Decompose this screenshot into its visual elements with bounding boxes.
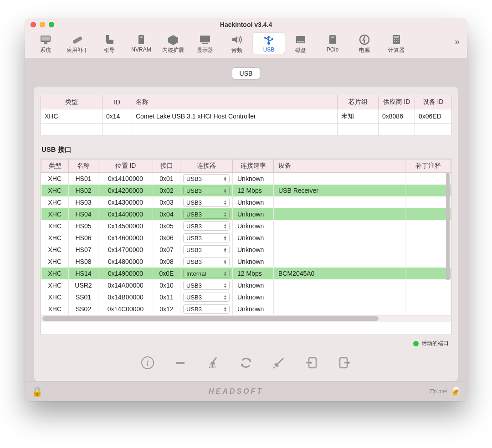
col-vendor[interactable]: 供应商 ID — [379, 95, 415, 109]
col-name[interactable]: 名称 — [69, 160, 98, 173]
export-button[interactable] — [336, 355, 353, 371]
port-row[interactable]: XHCHS020x142000000x02USB3▴▾12 MbpsUSB Re… — [41, 185, 451, 196]
toolbar-nvram[interactable]: NVRAM — [125, 33, 157, 54]
stepper-icon[interactable]: ▴▾ — [224, 211, 226, 217]
stepper-icon[interactable]: ▴▾ — [224, 271, 226, 276]
tip-button[interactable]: Tip me! 🍺 — [429, 386, 461, 397]
toolbar-audio[interactable]: 音频 — [221, 33, 253, 55]
port-row[interactable]: XHCUSR20x14A000000x10USB3▴▾Unknown — [41, 279, 451, 291]
vertical-scrollbar[interactable] — [446, 173, 450, 326]
stepper-icon[interactable]: ▴▾ — [224, 283, 226, 288]
toolbar-patch[interactable]: 应用补丁 — [62, 33, 93, 55]
port-row[interactable]: XHCHS030x143000000x03USB3▴▾Unknown — [41, 196, 451, 208]
cell-comment — [405, 244, 451, 256]
cell-connector[interactable]: USB3▴▾ — [180, 185, 233, 196]
cell-speed: Unknown — [233, 279, 274, 291]
port-row[interactable]: XHCHS050x145000000x05USB3▴▾Unknown — [41, 220, 451, 232]
cell-connector[interactable]: USB3▴▾ — [180, 220, 233, 232]
cell-connector[interactable]: USB3▴▾ — [180, 303, 233, 315]
toolbar: 系统 应用补丁 引导 NVRAM 内核扩展 — [25, 31, 467, 58]
stepper-icon[interactable]: ▴▾ — [224, 306, 226, 312]
cell-connector[interactable]: USB3▴▾ — [180, 256, 233, 268]
port-row[interactable]: XHCSS010x14B000000x11USB3▴▾Unknown — [41, 291, 451, 303]
info-button[interactable]: i — [139, 355, 156, 371]
cell-connector[interactable]: USB3▴▾ — [180, 173, 233, 185]
col-chipset[interactable]: 芯片组 — [338, 95, 379, 109]
col-type[interactable]: 类型 — [41, 95, 102, 109]
toolbar-disk[interactable]: 磁盘 — [285, 33, 317, 55]
stepper-icon[interactable]: ▴▾ — [224, 188, 226, 193]
toolbar-display[interactable]: 显示器 — [189, 33, 221, 55]
cell-name: USR2 — [69, 279, 98, 291]
toolbar-boot[interactable]: 引导 — [93, 33, 125, 55]
stepper-icon[interactable]: ▴▾ — [224, 223, 226, 229]
stepper-icon[interactable]: ▴▾ — [224, 294, 226, 300]
table-row — [41, 124, 451, 135]
toolbar-overflow[interactable]: » — [455, 33, 462, 47]
cell-location: 0x14100000 — [98, 173, 153, 185]
cell-connector[interactable]: USB3▴▾ — [180, 291, 233, 303]
port-row[interactable]: XHCHS140x149000000x0EInternal▴▾12 MbpsBC… — [41, 268, 451, 279]
cell-connector[interactable]: USB3▴▾ — [180, 232, 233, 244]
clean-button[interactable] — [205, 355, 221, 371]
toolbar-label: 系统 — [40, 46, 51, 54]
cell-connector[interactable]: USB3▴▾ — [180, 279, 233, 291]
cell-connector[interactable]: USB3▴▾ — [180, 244, 233, 256]
refresh-button[interactable] — [238, 355, 254, 371]
col-type[interactable]: 类型 — [41, 160, 69, 173]
horizontal-scrollbar[interactable] — [41, 315, 451, 322]
toolbar-kext[interactable]: 内核扩展 — [157, 33, 189, 55]
col-name[interactable]: 名称 — [132, 95, 338, 109]
cell-name: HS04 — [69, 208, 98, 220]
stepper-icon[interactable]: ▴▾ — [224, 259, 226, 264]
cell-connector[interactable]: USB3▴▾ — [180, 196, 233, 208]
scrollbar-thumb[interactable] — [42, 316, 379, 321]
toolbar-calc[interactable]: 计算器 — [380, 33, 412, 55]
stepper-icon[interactable]: ▴▾ — [224, 235, 226, 241]
cell-port: 0x01 — [153, 173, 180, 185]
svg-point-23 — [396, 41, 397, 42]
toolbar-usb[interactable]: USB — [253, 33, 285, 54]
toolbar-system[interactable]: 系统 — [30, 33, 62, 55]
svg-rect-7 — [200, 36, 210, 42]
cell-speed: Unknown — [233, 196, 274, 208]
col-connector[interactable]: 连接器 — [180, 160, 233, 173]
lock-icon[interactable]: 🔒 — [31, 386, 43, 397]
brand-label: HEADSOFT — [43, 387, 429, 396]
cell-type: XHC — [41, 279, 69, 291]
col-location[interactable]: 位置 ID — [98, 160, 153, 173]
cell-chipset: 未知 — [338, 109, 379, 124]
import-button[interactable] — [303, 355, 320, 371]
controller-row[interactable]: XHC 0x14 Comet Lake USB 3.1 xHCI Host Co… — [41, 109, 451, 124]
cell-port: 0x02 — [153, 185, 180, 196]
scrollbar-thumb[interactable] — [446, 173, 450, 280]
port-row[interactable]: XHCHS060x146000000x06USB3▴▾Unknown — [41, 232, 451, 244]
port-row[interactable]: XHCHS040x144000000x04USB3▴▾Unknown — [41, 208, 451, 220]
port-row[interactable]: XHCHS080x148000000x08USB3▴▾Unknown — [41, 256, 451, 268]
svg-marker-31 — [310, 361, 312, 365]
cell-port: 0x07 — [153, 244, 180, 256]
col-comment[interactable]: 补丁注释 — [405, 160, 451, 173]
col-id[interactable]: ID — [102, 95, 132, 109]
port-row[interactable]: XHCHS070x147000000x07USB3▴▾Unknown — [41, 244, 451, 256]
boot-icon — [102, 34, 116, 46]
svg-point-24 — [398, 41, 399, 42]
tab-usb[interactable]: USB — [232, 67, 261, 79]
toolbar-power[interactable]: 电源 — [348, 33, 380, 55]
col-device[interactable]: 设备 ID — [415, 95, 451, 109]
stepper-icon[interactable]: ▴▾ — [224, 176, 226, 181]
col-speed[interactable]: 连接速率 — [233, 160, 274, 173]
inject-button[interactable] — [271, 355, 287, 371]
col-device[interactable]: 设备 — [274, 160, 405, 173]
port-row[interactable]: XHCSS020x14C000000x12USB3▴▾Unknown — [41, 303, 451, 315]
toolbar-pcie[interactable]: PCIe — [317, 33, 348, 54]
remove-button[interactable] — [172, 355, 189, 371]
cell-connector[interactable]: Internal▴▾ — [180, 268, 233, 279]
col-port[interactable]: 接口 — [153, 160, 180, 173]
cell-comment — [405, 279, 451, 291]
cell-device — [274, 196, 405, 208]
stepper-icon[interactable]: ▴▾ — [224, 247, 226, 252]
cell-connector[interactable]: USB3▴▾ — [180, 208, 233, 220]
stepper-icon[interactable]: ▴▾ — [224, 200, 226, 205]
port-row[interactable]: XHCHS010x141000000x01USB3▴▾Unknown — [41, 173, 451, 185]
